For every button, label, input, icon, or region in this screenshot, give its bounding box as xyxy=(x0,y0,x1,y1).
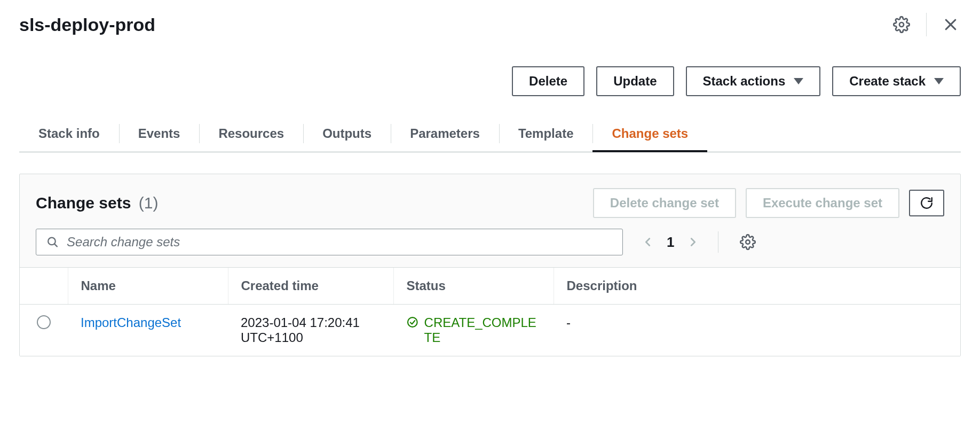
table-settings-button[interactable] xyxy=(738,232,758,252)
refresh-button[interactable] xyxy=(909,190,944,216)
gear-icon xyxy=(740,234,756,250)
table-row[interactable]: ImportChangeSet 2023-01-04 17:20:41 UTC+… xyxy=(20,305,960,356)
create-stack-label: Create stack xyxy=(849,74,926,89)
status-badge: CREATE_COMPLETE xyxy=(406,315,541,345)
update-stack-button[interactable]: Update xyxy=(596,66,674,96)
svg-point-5 xyxy=(746,240,750,244)
close-icon xyxy=(943,17,959,33)
tab-label: Change sets xyxy=(612,126,688,141)
col-name-header[interactable]: Name xyxy=(68,268,228,305)
tab-parameters[interactable]: Parameters xyxy=(391,122,499,152)
caret-down-icon xyxy=(794,78,803,84)
tab-resources[interactable]: Resources xyxy=(199,122,303,152)
search-input[interactable] xyxy=(67,235,613,250)
panel-title: Change sets (1) xyxy=(36,194,158,212)
search-icon xyxy=(46,235,59,249)
col-status-header[interactable]: Status xyxy=(393,268,554,305)
tab-label: Events xyxy=(138,126,180,141)
tab-label: Template xyxy=(518,126,574,141)
paginator: 1 xyxy=(642,234,699,251)
refresh-icon xyxy=(920,196,934,210)
tab-events[interactable]: Events xyxy=(119,122,200,152)
change-sets-table: Name Created time Status Description Imp… xyxy=(20,267,960,356)
col-select xyxy=(20,268,68,305)
tab-stack-info[interactable]: Stack info xyxy=(19,122,119,152)
check-circle-icon xyxy=(406,315,419,329)
svg-line-4 xyxy=(54,244,57,246)
prev-page[interactable] xyxy=(642,235,654,250)
settings-button[interactable] xyxy=(891,14,912,35)
status-text: CREATE_COMPLETE xyxy=(424,315,541,345)
tab-label: Stack info xyxy=(38,126,100,141)
tab-change-sets[interactable]: Change sets xyxy=(592,122,707,152)
tab-label: Resources xyxy=(218,126,284,141)
tab-label: Parameters xyxy=(410,126,480,141)
stack-actions-dropdown[interactable]: Stack actions xyxy=(686,66,821,96)
chevron-right-icon xyxy=(687,235,699,250)
panel-title-text: Change sets xyxy=(36,194,131,212)
stack-title: sls-deploy-prod xyxy=(19,14,155,35)
page-number: 1 xyxy=(667,234,674,251)
tab-template[interactable]: Template xyxy=(499,122,593,152)
col-description-header[interactable]: Description xyxy=(554,268,960,305)
close-button[interactable] xyxy=(941,14,961,35)
row-select-radio[interactable] xyxy=(37,315,51,329)
execute-cs-label: Execute change set xyxy=(763,196,882,211)
divider xyxy=(718,231,718,253)
chevron-left-icon xyxy=(642,235,654,250)
create-stack-dropdown[interactable]: Create stack xyxy=(832,66,961,96)
description-cell: - xyxy=(554,305,960,356)
change-set-name-link[interactable]: ImportChangeSet xyxy=(81,315,181,330)
execute-change-set-button[interactable]: Execute change set xyxy=(746,188,899,218)
update-label: Update xyxy=(613,74,657,89)
search-box[interactable] xyxy=(36,229,623,255)
divider xyxy=(926,13,927,36)
next-page[interactable] xyxy=(687,235,699,250)
delete-stack-button[interactable]: Delete xyxy=(512,66,584,96)
tab-outputs[interactable]: Outputs xyxy=(303,122,391,152)
delete-label: Delete xyxy=(529,74,567,89)
panel-count: (1) xyxy=(139,194,159,212)
col-created-header[interactable]: Created time xyxy=(228,268,393,305)
tabs: Stack info Events Resources Outputs Para… xyxy=(19,122,961,152)
change-sets-panel: Change sets (1) Delete change set Execut… xyxy=(19,174,961,356)
svg-point-6 xyxy=(408,317,417,327)
gear-icon xyxy=(893,16,910,33)
stack-actions-label: Stack actions xyxy=(703,74,786,89)
tab-label: Outputs xyxy=(322,126,372,141)
svg-point-0 xyxy=(899,22,904,27)
delete-cs-label: Delete change set xyxy=(610,196,719,211)
delete-change-set-button[interactable]: Delete change set xyxy=(593,188,736,218)
caret-down-icon xyxy=(934,78,944,84)
created-time: 2023-01-04 17:20:41 UTC+1100 xyxy=(228,305,393,356)
